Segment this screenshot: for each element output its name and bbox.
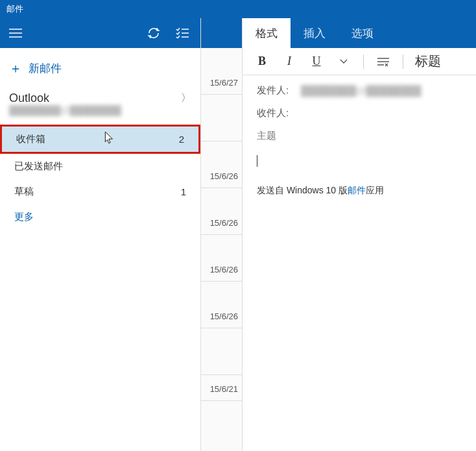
heading-button[interactable]: 标题 [411, 53, 445, 70]
folder-label: 草稿 [14, 186, 34, 198]
sidebar: ＋ 新邮件 Outlook 〉 ████████@████████ 收件箱 2 … [0, 18, 201, 451]
message-item[interactable]: 15/6/26 [201, 188, 242, 235]
clear-format-button[interactable] [372, 51, 395, 72]
sync-icon [147, 27, 160, 40]
account-email: ████████@████████ [0, 105, 200, 121]
folder-drafts[interactable]: 草稿 1 [0, 179, 200, 204]
folder-inbox[interactable]: 收件箱 2 [0, 125, 200, 154]
window-title: 邮件 [6, 3, 23, 15]
sidebar-top-actions [0, 18, 200, 48]
message-item[interactable]: 15/6/27 [201, 48, 242, 95]
hamburger-icon [9, 29, 22, 38]
folder-label: 已发送邮件 [14, 160, 63, 173]
message-item[interactable]: 15/6/26 [201, 141, 242, 188]
subject-input[interactable] [257, 130, 462, 141]
from-value: ████████@████████ [301, 85, 421, 96]
message-item[interactable]: 15/6/26 [201, 235, 242, 282]
new-mail-button[interactable]: ＋ 新邮件 [0, 48, 200, 89]
message-date: 15/6/26 [210, 171, 238, 181]
to-label: 收件人: [257, 107, 292, 119]
chevron-down-icon [340, 59, 348, 64]
text-cursor [257, 155, 257, 167]
folder-count: 2 [179, 134, 184, 145]
window-titlebar: 邮件 [0, 0, 476, 18]
format-toolbar: B I U 标题 [243, 48, 476, 75]
cursor-icon [104, 132, 115, 145]
account-row[interactable]: Outlook 〉 [0, 89, 200, 105]
message-date: 15/6/21 [210, 384, 238, 394]
hamburger-button[interactable] [5, 23, 26, 43]
message-date: 15/6/27 [210, 78, 238, 88]
message-item[interactable]: 15/6/21 [201, 375, 242, 401]
folder-count: 1 [181, 186, 186, 197]
underline-button[interactable]: U [305, 51, 328, 72]
folder-label: 收件箱 [16, 133, 45, 145]
select-mode-icon [176, 28, 189, 38]
font-dropdown-button[interactable] [332, 51, 355, 72]
message-list-header [201, 18, 242, 48]
message-item[interactable]: 15/6/26 [201, 282, 242, 328]
chevron-right-icon: 〉 [181, 91, 191, 105]
toolbar-separator [403, 55, 403, 69]
select-mode-button[interactable] [169, 23, 195, 43]
folder-more[interactable]: 更多 [0, 204, 200, 230]
to-row[interactable]: 收件人: [257, 107, 462, 119]
italic-button[interactable]: I [278, 51, 301, 72]
subject-row[interactable] [257, 130, 462, 141]
folder-list: 收件箱 2 已发送邮件 草稿 1 更多 [0, 125, 200, 230]
signature-link[interactable]: 邮件 [348, 185, 366, 195]
clear-format-icon [377, 56, 389, 67]
sync-button[interactable] [141, 23, 167, 43]
compose-body: 发件人: ████████@████████ 收件人: 发送自 Windows … [243, 75, 476, 451]
compose-panel: 格式 插入 选项 B I U 标题 发件人: ████████@████████ [243, 18, 476, 451]
tab-insert[interactable]: 插入 [291, 18, 339, 48]
from-label: 发件人: [257, 84, 292, 97]
message-date: 15/6/26 [210, 311, 238, 321]
message-editor[interactable]: 发送自 Windows 10 版邮件应用 [257, 155, 462, 442]
message-item[interactable] [201, 95, 242, 141]
message-date: 15/6/26 [210, 218, 238, 228]
bold-button[interactable]: B [250, 51, 274, 72]
plus-icon: ＋ [9, 60, 22, 77]
message-list-strip: 15/6/2715/6/2615/6/2615/6/2615/6/2615/6/… [201, 18, 243, 451]
folder-label: 更多 [14, 211, 34, 223]
toolbar-separator [363, 55, 364, 69]
message-date: 15/6/26 [210, 265, 238, 274]
tab-format[interactable]: 格式 [243, 18, 291, 48]
compose-tabs: 格式 插入 选项 [243, 18, 476, 48]
tab-options[interactable]: 选项 [339, 18, 387, 48]
account-name: Outlook [9, 91, 49, 105]
from-row: 发件人: ████████@████████ [257, 84, 462, 97]
folder-sent[interactable]: 已发送邮件 [0, 154, 200, 179]
message-item[interactable] [201, 328, 242, 375]
signature: 发送自 Windows 10 版邮件应用 [257, 185, 462, 197]
new-mail-label: 新邮件 [29, 61, 62, 76]
